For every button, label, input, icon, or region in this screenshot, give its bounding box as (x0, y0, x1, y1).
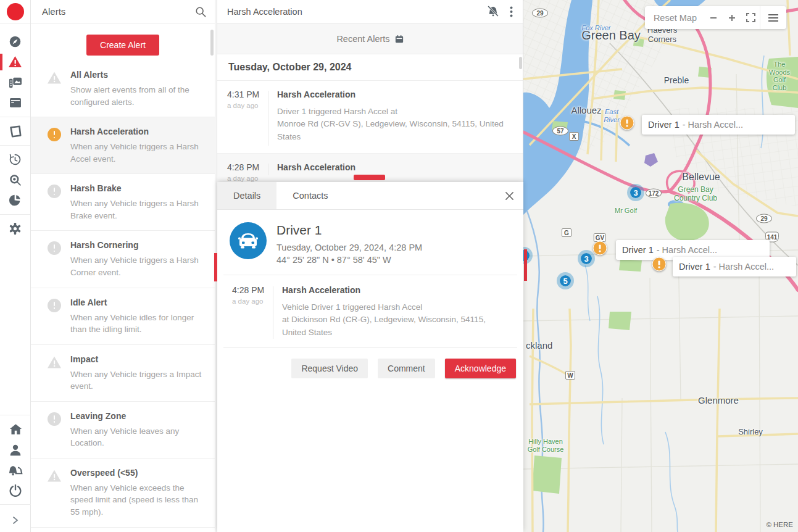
event-label[interactable]: Driver 1 - Harsh Accel... (673, 257, 796, 276)
tab-details[interactable]: Details (217, 182, 276, 209)
window-panel-icon (9, 98, 22, 108)
alert-type-desc: When any Vehicle leaves any Location. (70, 425, 202, 449)
alert-type-title: Impact (70, 354, 202, 364)
alert-type-desc: When any Vehicle triggers a Impact event… (70, 368, 202, 393)
event-marker[interactable] (593, 241, 607, 256)
route-shield: 57 (552, 127, 568, 136)
comment-button[interactable]: Comment (378, 359, 435, 378)
alert-type-item[interactable]: Leaving Zone When any Vehicle leaves any… (31, 402, 215, 459)
detail-alert-entry[interactable]: 4:28 PM a day ago Harsh Acceleration Veh… (217, 275, 523, 347)
cluster-marker[interactable]: 5 (557, 272, 574, 289)
route-shield: G (562, 228, 571, 237)
fullscreen-button[interactable] (741, 6, 760, 29)
alert-type-item[interactable]: Overspeed (>55) When any Vehicle exceeds… (31, 528, 215, 532)
event-label-event: - Harsh Accel... (713, 262, 774, 272)
map-toolbar: Reset Map (645, 6, 786, 29)
nav-explore[interactable] (0, 31, 30, 52)
nav-window[interactable] (0, 93, 30, 113)
cluster-marker[interactable]: 3 (578, 250, 595, 267)
nav-reports[interactable] (0, 190, 30, 210)
alert-time: 4:31 PM (227, 89, 268, 99)
alert-type-item[interactable]: Overspeed (<55) When any Vehicle exceeds… (31, 459, 215, 528)
active-nav-indicator (0, 54, 2, 70)
alert-type-item[interactable]: Harsh Cornering When any Vehicle trigger… (31, 231, 215, 288)
alert-type-desc: When any Vehicle idles for longer than t… (70, 312, 202, 336)
zoom-in-button[interactable] (723, 6, 741, 29)
create-alert-button[interactable]: Create Alert (86, 35, 159, 56)
nav-history[interactable] (0, 149, 30, 170)
alert-type-title: Leaving Zone (70, 411, 202, 421)
car-icon (237, 231, 259, 250)
alert-circle-icon (48, 241, 61, 255)
alert-type-title: Idle Alert (70, 297, 202, 307)
recent-alerts-bar[interactable]: Recent Alerts (217, 23, 523, 54)
alerts-panel: Alerts Create Alert All Alerts Show aler… (31, 0, 215, 532)
zoom-out-button[interactable] (704, 6, 723, 29)
compass-icon (9, 35, 22, 48)
more-options-icon[interactable] (510, 6, 513, 17)
tab-contacts[interactable]: Contacts (276, 182, 344, 209)
alert-row-title: Harsh Acceleration (277, 89, 504, 99)
cluster-marker[interactable]: 3 (627, 184, 644, 201)
nav-zones[interactable] (0, 121, 30, 141)
nav-media[interactable] (0, 72, 30, 93)
feed-scrollbar-thumb[interactable] (519, 57, 522, 69)
acknowledge-button[interactable]: Acknowledge (445, 359, 516, 378)
map-label-golf: Mr Golf (615, 207, 637, 215)
red-indicator-fragment (354, 175, 385, 180)
alert-time: 4:28 PM (232, 285, 273, 295)
date-header-row: Tuesday, October 29, 2024 (217, 54, 523, 81)
alert-age: a day ago (232, 297, 273, 305)
fullscreen-icon (746, 13, 755, 22)
nav-home[interactable] (0, 419, 31, 439)
alert-type-title: Harsh Cornering (70, 240, 202, 250)
nav-settings[interactable] (0, 218, 30, 239)
warning-triangle-icon (8, 56, 22, 69)
event-label-event: - Harsh Accel... (657, 245, 717, 255)
search-icon[interactable] (195, 6, 206, 17)
map-label-place: ckland (526, 340, 552, 351)
map-label-golf: Green Bay Country Club (674, 186, 717, 203)
zone-polygon-icon (9, 125, 22, 138)
alert-type-item[interactable]: Impact When any Vehicle triggers a Impac… (31, 345, 215, 402)
map-label-river: East River (604, 108, 620, 123)
alert-circle-icon (48, 299, 61, 312)
alert-circle-icon (48, 128, 61, 141)
map-layers-button[interactable] (760, 6, 786, 29)
reset-map-button[interactable]: Reset Map (645, 13, 704, 23)
event-marker[interactable] (620, 116, 634, 130)
nav-notifications[interactable] (0, 460, 31, 480)
event-marker[interactable] (652, 257, 667, 272)
close-button[interactable] (495, 182, 523, 209)
alert-type-desc: When any Vehicle triggers a Harsh Corner… (70, 254, 202, 278)
expand-rail-button[interactable] (0, 509, 31, 532)
map-label-golf: The Woods Golf Club (769, 60, 790, 92)
detail-actions: Request Video Comment Acknowledge (217, 348, 523, 378)
map-canvas[interactable]: Green Bay Fox River Haevers Corners Preb… (523, 0, 798, 532)
brand-logo[interactable] (0, 0, 30, 23)
map-label-place: Glenmore (698, 395, 739, 405)
alert-circle-icon (48, 185, 61, 198)
nav-profile[interactable] (0, 439, 31, 460)
request-video-button[interactable]: Request Video (291, 359, 368, 378)
alerts-scrollbar-thumb[interactable] (210, 30, 214, 56)
mute-notifications-icon[interactable] (486, 6, 500, 18)
alert-row-title: Harsh Acceleration (277, 162, 355, 172)
map-label-golf: Hilly Haven Golf Course (528, 438, 564, 453)
rail-divider (0, 117, 30, 117)
home-icon (9, 423, 22, 435)
alert-type-item[interactable]: All Alerts Show alert events from all of… (31, 60, 215, 117)
event-label-driver: Driver 1 (622, 245, 654, 255)
alert-type-item-selected[interactable]: Harsh Acceleration When any Vehicle trig… (31, 117, 215, 174)
rail-divider (0, 504, 31, 505)
nav-logout[interactable] (0, 480, 31, 501)
nav-alerts[interactable] (0, 52, 30, 72)
alert-row-body: Vehicle Driver 1 triggered Harsh Accel a… (282, 301, 486, 339)
search-location-icon (9, 174, 22, 186)
event-label[interactable]: Driver 1 - Harsh Accel... (642, 115, 795, 135)
alert-type-item[interactable]: Idle Alert When any Vehicle idles for lo… (31, 288, 215, 345)
alert-type-item[interactable]: Harsh Brake When any Vehicle triggers a … (31, 174, 215, 231)
nav-find-location[interactable] (0, 170, 30, 190)
feed-alert-row[interactable]: 4:31 PM a day ago Harsh Acceleration Dri… (217, 81, 523, 154)
alert-type-title: Harsh Acceleration (70, 127, 202, 136)
